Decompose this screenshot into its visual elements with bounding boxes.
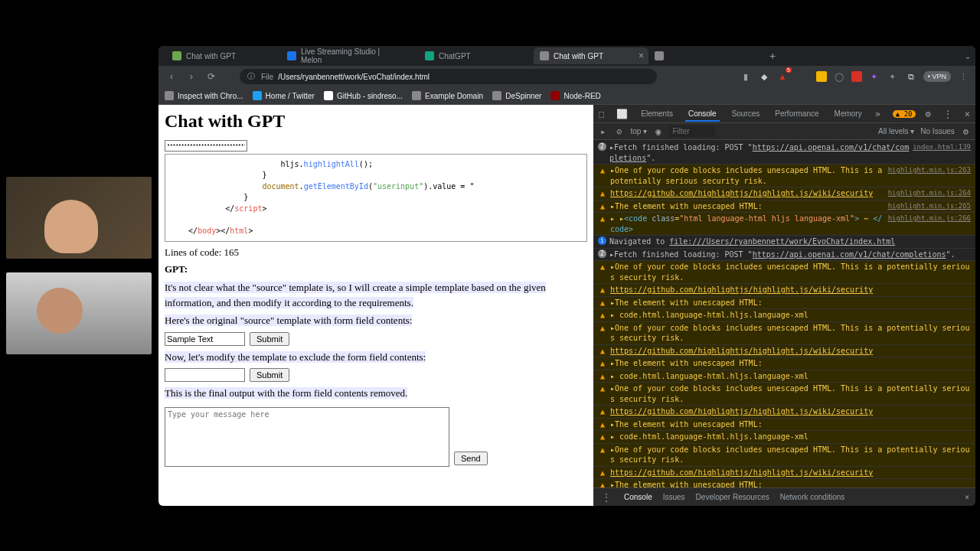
message-input[interactable]: [165, 407, 449, 467]
eye-icon[interactable]: ◉: [653, 126, 663, 137]
console-log-entry[interactable]: ▲ ▸ code.html.language-html.hljs.languag…: [593, 370, 975, 383]
reload-button[interactable]: ⟳: [204, 70, 218, 83]
ext4-icon[interactable]: ✦: [868, 70, 880, 83]
settings-icon[interactable]: ⚙: [923, 109, 933, 119]
warning-icon: ▲: [598, 310, 607, 321]
console-log-entry[interactable]: ▲ ▸ code.html.language-html.hljs.languag…: [593, 309, 975, 322]
close-devtools-icon[interactable]: ×: [962, 109, 972, 119]
bookmark-2[interactable]: GitHub - sindreso...: [324, 91, 403, 100]
console-log-entry[interactable]: ▲▸One of your code blocks includes unesc…: [593, 165, 975, 187]
console-log-entry[interactable]: ▲▸One of your code blocks includes unesc…: [593, 261, 975, 284]
devtools-tab-console[interactable]: Console: [685, 109, 720, 122]
devtools-tab-performance[interactable]: Performance: [772, 109, 822, 118]
bookmark-5[interactable]: Node-RED: [550, 91, 600, 100]
close-drawer-icon[interactable]: ×: [965, 493, 969, 501]
console-log-entry[interactable]: ▲▸The element with unescaped HTML:: [593, 297, 975, 310]
log-source[interactable]: highlight.min.js:263: [888, 165, 971, 174]
console-log-entry[interactable]: ▲https://github.com/highlightjs/highligh…: [593, 406, 975, 419]
tabs-dropdown-icon[interactable]: ⌄: [965, 52, 971, 60]
log-message: ▸ ▸<code class="html language-html hljs …: [610, 214, 885, 234]
drawer-tab-0[interactable]: Console: [624, 493, 652, 501]
pip-icon[interactable]: ⧉: [905, 70, 917, 83]
api-key-field[interactable]: [165, 140, 247, 152]
console-log-entry[interactable]: ▲https://github.com/highlightjs/highligh…: [593, 187, 975, 201]
log-source[interactable]: highlight.min.js:265: [888, 201, 971, 210]
submit-button-2[interactable]: Submit: [250, 368, 289, 382]
console-log-entry[interactable]: ▲https://github.com/highlightjs/highligh…: [593, 284, 975, 297]
levels-selector[interactable]: All levels ▾: [878, 127, 914, 135]
address-bar[interactable]: ⓘ File /Users/ryanbennett/work/EvoChat/i…: [240, 69, 657, 84]
send-button[interactable]: Send: [454, 452, 488, 465]
console-log-entry[interactable]: ▲https://github.com/highlightjs/highligh…: [593, 467, 975, 480]
filter-input[interactable]: [669, 126, 715, 137]
devtools-tab-memory[interactable]: Memory: [831, 109, 865, 118]
console-log-entry[interactable]: ▲▸One of your code blocks includes unesc…: [593, 322, 975, 345]
console-log-entry[interactable]: iNavigated to file:///Users/ryanbennett/…: [593, 236, 975, 249]
close-tab-icon[interactable]: ×: [639, 51, 644, 61]
log-source[interactable]: highlight.min.js:264: [888, 188, 971, 197]
vpn-button[interactable]: • VPN: [923, 71, 951, 82]
console-log-entry[interactable]: ▲▸One of your code blocks includes unesc…: [593, 444, 975, 467]
sample-input-2[interactable]: [165, 368, 245, 382]
console-log-entry[interactable]: ▲▸One of your code blocks includes unesc…: [593, 383, 975, 406]
console-output[interactable]: 2▸Fetch finished loading: POST "https://…: [593, 140, 975, 487]
issues-label[interactable]: No Issues: [920, 127, 954, 135]
ext2-icon[interactable]: ◯: [833, 70, 845, 83]
devtools-tab-sources[interactable]: Sources: [729, 109, 763, 118]
console-log-entry[interactable]: ▲▸The element with unescaped HTML:highli…: [593, 201, 975, 214]
clear-console-icon[interactable]: ⊘: [614, 126, 624, 137]
tab-3[interactable]: Chat with GPT×: [534, 47, 648, 64]
sample-input-1[interactable]: [165, 332, 245, 346]
tab-2[interactable]: ChatGPT: [419, 47, 534, 64]
drawer-tab-2[interactable]: Developer Resources: [696, 493, 769, 501]
submit-button-1[interactable]: Submit: [250, 332, 289, 346]
console-log-entry[interactable]: 2▸Fetch finished loading: POST "https://…: [593, 249, 975, 262]
back-button[interactable]: ‹: [165, 70, 178, 83]
inspect-icon[interactable]: ⬚: [596, 109, 606, 119]
tab-1[interactable]: Live Streaming Studio | Melon: [281, 47, 419, 64]
console-log-entry[interactable]: ▲▸The element with unescaped HTML:: [593, 357, 975, 370]
console-log-entry[interactable]: ▲▸The element with unescaped HTML:: [593, 419, 975, 432]
console-log-entry[interactable]: 2▸Fetch finished loading: POST "https://…: [593, 142, 975, 165]
devtools-tab-elements[interactable]: Elements: [638, 109, 676, 118]
tab-4[interactable]: [648, 47, 763, 64]
bookmark-3[interactable]: Example Domain: [412, 91, 483, 100]
drawer-tab-3[interactable]: Network conditions: [780, 493, 844, 501]
console-settings-icon[interactable]: ⚙: [961, 126, 971, 137]
console-log-entry[interactable]: ▲ ▸ code.html.language-html.hljs.languag…: [593, 431, 975, 444]
drawer-menu-icon[interactable]: ⋮: [599, 492, 613, 503]
devtools-tabs: ⬚ ⬜ ElementsConsoleSourcesPerformanceMem…: [593, 105, 975, 123]
shield-icon[interactable]: ▮: [740, 70, 752, 83]
ext3-icon[interactable]: [851, 71, 862, 82]
sidebar-toggle-icon[interactable]: ▸: [598, 126, 608, 137]
bookmark-4[interactable]: DeSpinner: [492, 91, 541, 100]
device-icon[interactable]: ⬜: [614, 109, 630, 119]
forward-button[interactable]: ›: [185, 70, 198, 83]
warning-icon: ▲: [598, 445, 607, 455]
tab-0[interactable]: Chat with GPT: [166, 47, 281, 64]
drawer-tab-1[interactable]: Issues: [663, 493, 685, 501]
warnings-badge[interactable]: ▲ 20: [893, 110, 916, 118]
ext1-icon[interactable]: [816, 71, 827, 82]
menu-icon[interactable]: ⋮: [957, 70, 969, 83]
tab-label: ChatGPT: [439, 52, 471, 60]
scheme-label: File: [261, 73, 273, 81]
new-tab-button[interactable]: +: [763, 50, 782, 62]
more-tabs-icon[interactable]: »: [873, 109, 883, 119]
warning-icon: ▲: [598, 468, 607, 478]
bookmark-1[interactable]: Home / Twitter: [253, 91, 315, 100]
bookmark-icon: [550, 91, 560, 100]
log-source[interactable]: index.html:139: [913, 142, 971, 152]
log-source[interactable]: highlight.min.js:266: [888, 214, 971, 223]
shield2-icon[interactable]: ◆: [758, 70, 770, 83]
devtools-menu-icon[interactable]: ⋮: [941, 109, 955, 119]
bookmark-0[interactable]: Inspect with Chro...: [165, 91, 243, 100]
ext5-icon[interactable]: ✦: [887, 70, 899, 83]
notif-icon[interactable]: ▲5: [776, 70, 789, 83]
console-log-entry[interactable]: ▲ ▸ ▸<code class="html language-html hlj…: [593, 213, 975, 236]
warning-icon: ▲: [598, 188, 607, 199]
console-log-entry[interactable]: ▲▸The element with unescaped HTML:: [593, 479, 975, 487]
console-log-entry[interactable]: ▲https://github.com/highlightjs/highligh…: [593, 345, 975, 358]
context-selector[interactable]: top ▾: [630, 127, 647, 135]
log-message: ▸ code.html.language-html.hljs.language-…: [610, 371, 971, 382]
